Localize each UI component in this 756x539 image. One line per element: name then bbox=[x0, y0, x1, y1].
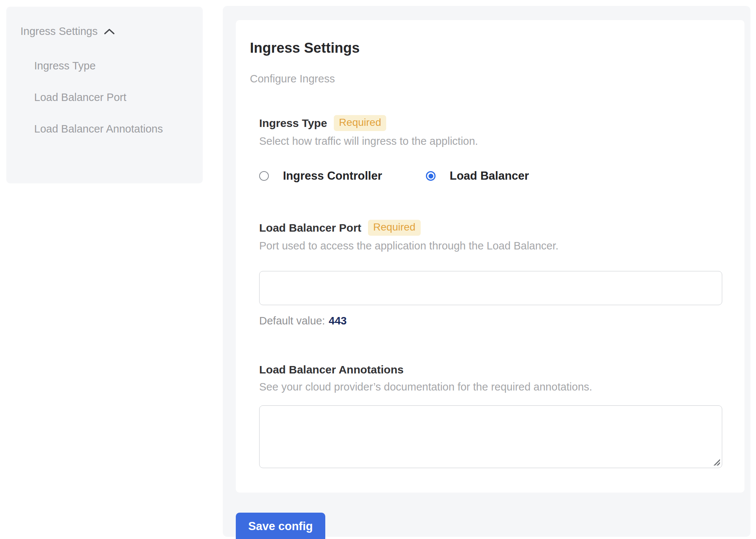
default-value-number: 443 bbox=[329, 315, 346, 327]
required-badge: Required bbox=[368, 220, 421, 236]
default-value-label: Default value: bbox=[259, 315, 325, 327]
radio-ingress-controller[interactable]: Ingress Controller bbox=[259, 169, 382, 183]
default-value-line: Default value:443 bbox=[259, 315, 722, 327]
radio-unselected-icon bbox=[259, 171, 269, 181]
ingress-type-label: Ingress Type bbox=[259, 116, 327, 130]
page-subtitle: Configure Ingress bbox=[250, 72, 722, 85]
radio-selected-icon bbox=[426, 171, 436, 181]
load-balancer-annotations-label: Load Balancer Annotations bbox=[259, 363, 404, 377]
save-config-button[interactable]: Save config bbox=[236, 513, 325, 539]
radio-load-balancer-label: Load Balancer bbox=[450, 169, 529, 183]
radio-dot bbox=[428, 174, 433, 179]
load-balancer-port-input[interactable] bbox=[259, 271, 722, 305]
ingress-type-description: Select how traffic will ingress to the a… bbox=[259, 134, 722, 148]
load-balancer-port-label: Load Balancer Port bbox=[259, 221, 361, 235]
chevron-up-icon bbox=[104, 24, 115, 39]
section-ingress-type: Ingress Type Required Select how traffic… bbox=[259, 115, 722, 183]
radio-ingress-controller-label: Ingress Controller bbox=[283, 169, 382, 183]
sidebar-group-label: Ingress Settings bbox=[20, 24, 98, 39]
section-load-balancer-annotations: Load Balancer Annotations See your cloud… bbox=[259, 363, 722, 468]
ingress-type-radio-group: Ingress Controller Load Balancer bbox=[259, 169, 722, 183]
load-balancer-port-description: Port used to access the application thro… bbox=[259, 239, 722, 252]
load-balancer-annotations-description: See your cloud provider’s documentation … bbox=[259, 380, 722, 393]
sidebar-item-load-balancer-annotations[interactable]: Load Balancer Annotations bbox=[34, 118, 164, 140]
annotations-textarea-wrap bbox=[259, 405, 722, 468]
page-title: Ingress Settings bbox=[250, 39, 722, 56]
resize-handle-icon[interactable] bbox=[713, 458, 720, 466]
settings-nav-sidebar: Ingress Settings Ingress Type Load Balan… bbox=[6, 7, 203, 183]
sidebar-item-list: Ingress Type Load Balancer Port Load Bal… bbox=[34, 55, 192, 140]
sidebar-item-load-balancer-port[interactable]: Load Balancer Port bbox=[34, 86, 164, 108]
section-load-balancer-port: Load Balancer Port Required Port used to… bbox=[259, 220, 722, 327]
ingress-settings-panel: Ingress Settings Configure Ingress Ingre… bbox=[223, 6, 750, 537]
load-balancer-annotations-textarea[interactable] bbox=[259, 405, 722, 468]
required-badge: Required bbox=[334, 115, 387, 131]
sidebar-item-ingress-type[interactable]: Ingress Type bbox=[34, 55, 164, 77]
radio-load-balancer[interactable]: Load Balancer bbox=[426, 169, 529, 183]
ingress-settings-card: Ingress Settings Configure Ingress Ingre… bbox=[236, 20, 744, 493]
sidebar-group-ingress-settings[interactable]: Ingress Settings bbox=[20, 24, 192, 39]
